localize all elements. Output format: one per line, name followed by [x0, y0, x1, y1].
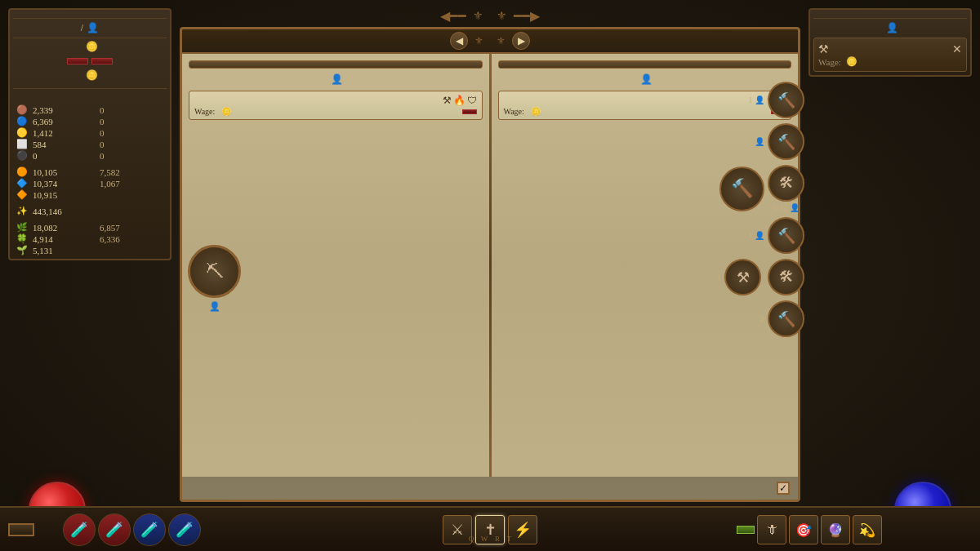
- menu-button[interactable]: [8, 523, 34, 536]
- workers-title-bar: ◀ ⚜ ⚜ ▶: [182, 29, 798, 54]
- workers-book: ◀ ⚜ ⚜ ▶ 👤 ⚒: [180, 27, 800, 502]
- item-slot-3[interactable]: 🧪: [133, 513, 166, 546]
- bottom-bar: 🧪 🧪 🧪 🧪 ⚔ ✝ ⚡ Q W R T 🗡 🎯 🔮 💫: [0, 506, 980, 551]
- building-row-4: 1 👤 🔨: [749, 217, 805, 254]
- key-t: T: [501, 535, 511, 543]
- idling-panel: 👤 ⚒ ✕ Wage: 🪙: [808, 8, 972, 77]
- idle-skill-x: ✕: [952, 42, 962, 56]
- dust-icon: ✨: [16, 206, 29, 216]
- crop-val-3: 5,131: [33, 246, 96, 256]
- crop-val2-1: 6,857: [100, 223, 163, 233]
- remove-button[interactable]: [91, 58, 113, 64]
- smelting-wage-row: Wage: 🪙: [194, 107, 477, 116]
- building-anvil-2[interactable]: 🔨: [768, 123, 804, 160]
- ore-icon-5: ⚫: [16, 150, 29, 161]
- town-crest-icon-right: ⚜: [497, 9, 507, 23]
- remove-worker-button[interactable]: [462, 109, 477, 114]
- ore-icon-4: ⬜: [16, 139, 29, 149]
- ore-val-1: 2,339: [33, 105, 96, 115]
- crop-icon-3: 🌱: [16, 245, 29, 256]
- idle-skill-hammer: ⚒: [818, 42, 829, 56]
- idling-count: 👤: [813, 22, 967, 34]
- building-count-5: 1: [717, 273, 721, 282]
- ore-mine-1: 0: [100, 105, 163, 115]
- idle-worker-skills-row: ⚒ ✕: [818, 42, 962, 56]
- header-ornament-left: ◀━━: [440, 8, 466, 24]
- idling-title: [813, 13, 967, 19]
- skill-icon-fire: 🔥: [453, 95, 466, 107]
- show-idle-bar: ✓: [182, 477, 798, 500]
- population-section: / 👤: [13, 22, 167, 34]
- item-slot-1[interactable]: 🧪: [63, 513, 96, 546]
- key-q: Q: [469, 535, 474, 543]
- skill-icon-hammer: ⚒: [443, 95, 452, 107]
- skill-slot-3[interactable]: ⚡: [508, 515, 537, 544]
- town-crest-icon: ⚜: [473, 9, 483, 23]
- item-slot-4[interactable]: 🧪: [168, 513, 201, 546]
- ore-mine-5: 0: [100, 151, 163, 161]
- available-workers-title: [498, 60, 792, 69]
- building-tool-5[interactable]: 🛠: [768, 259, 804, 295]
- wage-amount: 🪙: [13, 69, 167, 82]
- thaumaturgy-grid: ✨443,146: [13, 206, 167, 216]
- building-anvil-1[interactable]: 🔨: [768, 82, 804, 118]
- dust-val: 443,146: [33, 207, 96, 216]
- skill-slot-1[interactable]: ⚔: [443, 515, 472, 544]
- gold-icon: 🪙: [86, 41, 98, 53]
- action-icon-3[interactable]: 🔮: [821, 515, 850, 544]
- building-sub-count-3: 6/12 👤: [773, 203, 799, 212]
- treasury-value: 🪙: [13, 41, 167, 53]
- mining-camp-count: 👤: [209, 301, 220, 312]
- workers-nav-right[interactable]: ▶: [512, 32, 530, 50]
- building-row-6: 2 🔨: [760, 300, 804, 337]
- workers-crest-right: ⚜: [497, 35, 506, 47]
- building-tool-3[interactable]: 🛠: [768, 165, 804, 202]
- building-hammer-5[interactable]: ⚒: [724, 259, 761, 295]
- camp-person-icon: 👤: [209, 301, 220, 311]
- ore-mine-2: 0: [100, 117, 163, 127]
- bar-val-2: 10,374: [33, 179, 96, 189]
- building-icons: 1 👤 🔨 1 👤 🔨 🔨 🛠 6/12 👤 1 👤 🔨 1 ⚒ 🛠 2 🔨: [717, 82, 804, 337]
- action-icon-4[interactable]: 💫: [853, 515, 882, 544]
- key-w: W: [475, 535, 488, 543]
- building-hammer-6[interactable]: 🔨: [768, 300, 804, 337]
- shop-button[interactable]: [737, 526, 755, 534]
- action-icon-2[interactable]: 🎯: [789, 515, 818, 544]
- building-anvil-4[interactable]: 🔨: [768, 217, 804, 254]
- workers-nav-left[interactable]: ◀: [450, 32, 468, 50]
- skill-key-labels: Q W R T: [469, 535, 511, 543]
- idling-person-icon: 👤: [886, 22, 898, 34]
- bar-icon-2: 🔷: [16, 178, 29, 189]
- workers-crest: ⚜: [474, 35, 483, 47]
- town-resources-title: [13, 13, 167, 19]
- town-resources-panel: / 👤 🪙 🪙 🟤2,3390 🔵6,3690: [8, 8, 172, 260]
- action-icon-1[interactable]: 🗡: [757, 515, 786, 544]
- ore-icon-2: 🔵: [16, 116, 29, 127]
- building-anvil-3[interactable]: 🔨: [719, 167, 764, 211]
- crops-grid: 🌿18,0826,857 🍀4,9146,336 🌱5,131: [13, 222, 167, 256]
- item-slot-2[interactable]: 🧪: [98, 513, 131, 546]
- add-button[interactable]: [67, 58, 88, 64]
- ore-icon-3: 🟡: [16, 127, 29, 138]
- key-r: R: [489, 535, 500, 543]
- mining-camp-icon[interactable]: ⛏: [188, 245, 241, 298]
- crop-val-2: 4,914: [33, 234, 96, 244]
- bar-icon-1: 🟠: [16, 167, 29, 177]
- skill-icon-shield: 🛡: [467, 95, 477, 107]
- mined-ore-grid: 🟤2,3390 🔵6,3690 🟡1,4120 ⬜5840 ⚫00: [13, 104, 167, 161]
- building-row-3: 🔨 🛠 6/12 👤: [719, 165, 804, 212]
- building-count-4: 1 👤: [749, 231, 765, 240]
- idle-worker-wage: Wage: 🪙: [818, 56, 962, 67]
- treasury-section: 🪙: [13, 41, 167, 53]
- workers-container: ◀━━ ⚜ ⚜ ━━▶ ◀ ⚜ ⚜ ▶ 👤: [180, 8, 800, 502]
- ore-icon-1: 🟤: [16, 104, 29, 115]
- building-row-5: 1 ⚒ 🛠: [717, 259, 804, 295]
- ore-mine-3: 0: [100, 128, 163, 138]
- ore-val-3: 1,412: [33, 128, 96, 138]
- show-idle-checkbox[interactable]: ✓: [777, 482, 790, 495]
- building-count-1: 1 👤: [749, 96, 765, 104]
- person-icon: 👤: [87, 22, 99, 34]
- smelting-wage: Wage: 🪙: [194, 107, 231, 116]
- ore-val-4: 584: [33, 140, 96, 149]
- person-icon-smelting: 👤: [331, 73, 343, 86]
